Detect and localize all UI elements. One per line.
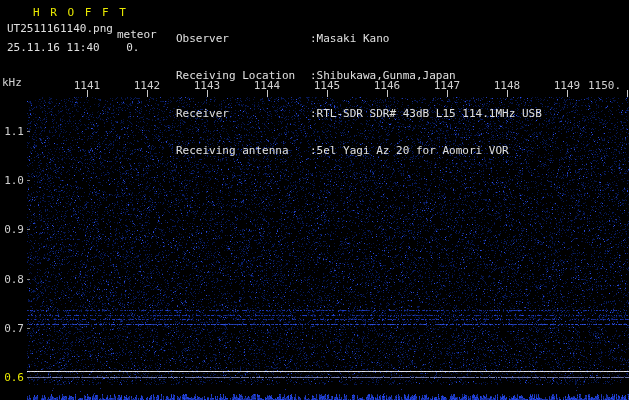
x-tick-label: 1148 — [494, 79, 521, 92]
mode-label: meteor — [117, 28, 157, 41]
y-tick-label: 1.1 — [1, 125, 24, 138]
x-tick-label: 1142 — [134, 79, 161, 92]
info-label: Observer — [176, 32, 229, 45]
x-tick-label: 1147 — [434, 79, 461, 92]
info-row-antenna: Receiving antenna :5el Yagi Az 20 for Ao… — [176, 144, 229, 155]
y-tick-label: 0.8 — [1, 273, 24, 286]
info-value: :RTL-SDR SDR# 43dB L15 114.1MHz USB — [310, 107, 542, 120]
text-overlay: H R O F F T UT2511161140.png meteor 25.1… — [0, 0, 629, 400]
x-tick-label: 1146 — [374, 79, 401, 92]
info-row-observer: Observer :Masaki Kano — [176, 32, 229, 43]
hrofft-screen: H R O F F T UT2511161140.png meteor 25.1… — [0, 0, 629, 400]
info-label: Receiver — [176, 107, 229, 120]
x-tick-label: 1143 — [194, 79, 221, 92]
info-label: Receiving antenna — [176, 144, 289, 157]
datetime-label: 25.11.16 11:40 0. — [7, 41, 139, 54]
station-info: Observer :Masaki Kano Receiving Location… — [176, 6, 229, 182]
y-axis-unit: kHz — [2, 76, 22, 89]
x-tick-label: 1149 — [554, 79, 581, 92]
x-tick-label: 1145 — [314, 79, 341, 92]
info-row-receiver: Receiver :RTL-SDR SDR# 43dB L15 114.1MHz… — [176, 107, 229, 118]
y-tick-label: 1.0 — [1, 174, 24, 187]
x-tick-label: 1150. — [588, 79, 621, 92]
app-title: H R O F F T — [33, 6, 128, 19]
x-tick-label: 1144 — [254, 79, 281, 92]
y-tick-label: 0.7 — [1, 322, 24, 335]
y-tick-label: 0.9 — [1, 223, 24, 236]
y-tick-label-highlight: 0.6 — [1, 371, 24, 384]
info-value: :5el Yagi Az 20 for Aomori VOR — [310, 144, 509, 157]
filename-label: UT2511161140.png — [7, 22, 113, 35]
x-tick-label: 1141 — [74, 79, 101, 92]
info-value: :Masaki Kano — [310, 32, 389, 45]
